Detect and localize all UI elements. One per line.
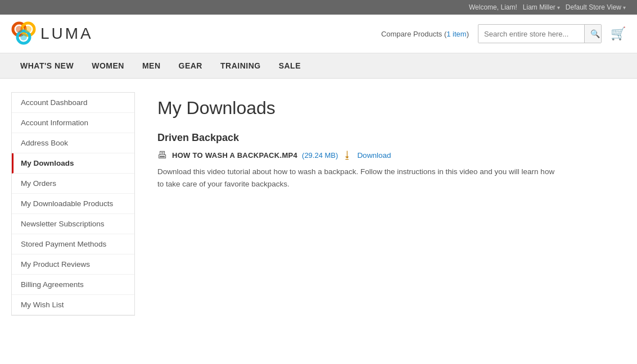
welcome-text: Welcome, Liam! bbox=[469, 3, 517, 11]
file-icon: 🖶 bbox=[157, 149, 168, 161]
logo-icon bbox=[11, 21, 36, 46]
user-menu-chevron: ▾ bbox=[557, 4, 560, 11]
sidebar-link-my-downloadable-products[interactable]: My Downloadable Products bbox=[12, 194, 134, 214]
sidebar-link-account-dashboard[interactable]: Account Dashboard bbox=[12, 93, 134, 113]
nav-item-training[interactable]: Training bbox=[211, 53, 270, 78]
sidebar: Account Dashboard Account Information Ad… bbox=[11, 92, 135, 316]
sidebar-link-my-orders[interactable]: My Orders bbox=[12, 174, 134, 194]
sidebar-item-my-downloads: My Downloads bbox=[12, 153, 134, 174]
cart-symbol: 🛒 bbox=[611, 26, 626, 40]
svg-point-5 bbox=[20, 34, 27, 40]
sidebar-item-stored-payment-methods: Stored Payment Methods bbox=[12, 234, 134, 254]
user-name: Liam Miller bbox=[523, 3, 555, 11]
sidebar-link-billing-agreements[interactable]: Billing Agreements bbox=[12, 275, 134, 295]
sidebar-item-address-book: Address Book bbox=[12, 133, 134, 153]
download-description: Download this video tutorial about how t… bbox=[157, 166, 562, 190]
nav-item-whats-new[interactable]: What's New bbox=[11, 53, 83, 78]
sidebar-link-my-product-reviews[interactable]: My Product Reviews bbox=[12, 254, 134, 275]
nav-item-women[interactable]: Women bbox=[83, 53, 133, 78]
logo-area[interactable]: LUMA bbox=[11, 21, 93, 46]
cart-icon[interactable]: 🛒 bbox=[611, 26, 626, 41]
search-button[interactable]: 🔍 bbox=[584, 25, 602, 43]
sidebar-item-my-product-reviews: My Product Reviews bbox=[12, 254, 134, 275]
compare-products[interactable]: Compare Products (1 item) bbox=[381, 30, 469, 38]
sidebar-link-newsletter-subscriptions[interactable]: Newsletter Subscriptions bbox=[12, 214, 134, 234]
logo-text: LUMA bbox=[40, 25, 93, 43]
search-box: 🔍 bbox=[478, 24, 602, 43]
header: LUMA Compare Products (1 item) 🔍 🛒 bbox=[0, 15, 637, 53]
sidebar-item-my-orders: My Orders bbox=[12, 174, 134, 194]
page-content: Account Dashboard Account Information Ad… bbox=[0, 92, 637, 316]
download-file-row: 🖶 HOW TO WASH A BACKPACK.MP4 (29.24 MB) … bbox=[157, 149, 626, 161]
user-menu[interactable]: Liam Miller ▾ bbox=[523, 3, 560, 11]
sidebar-link-my-wish-list[interactable]: My Wish List bbox=[12, 295, 134, 315]
compare-count: 1 item bbox=[446, 30, 466, 38]
sidebar-nav: Account Dashboard Account Information Ad… bbox=[12, 93, 134, 315]
sidebar-item-my-downloadable-products: My Downloadable Products bbox=[12, 194, 134, 214]
sidebar-link-stored-payment-methods[interactable]: Stored Payment Methods bbox=[12, 234, 134, 254]
page-title: My Downloads bbox=[157, 98, 626, 119]
sidebar-item-newsletter-subscriptions: Newsletter Subscriptions bbox=[12, 214, 134, 234]
sidebar-link-address-book[interactable]: Address Book bbox=[12, 133, 134, 153]
search-input[interactable] bbox=[478, 25, 584, 43]
store-view-chevron: ▾ bbox=[623, 4, 626, 11]
sidebar-item-account-information: Account Information bbox=[12, 113, 134, 133]
nav-item-gear[interactable]: Gear bbox=[170, 53, 211, 78]
file-size: (29.24 MB) bbox=[302, 151, 338, 160]
search-icon: 🔍 bbox=[590, 29, 600, 38]
sidebar-item-my-wish-list: My Wish List bbox=[12, 295, 134, 315]
main-content: My Downloads Driven Backpack 🖶 HOW TO WA… bbox=[146, 92, 626, 316]
store-view-label: Default Store View bbox=[566, 3, 621, 11]
top-bar: Welcome, Liam! Liam Miller ▾ Default Sto… bbox=[0, 0, 637, 15]
header-right: Compare Products (1 item) 🔍 🛒 bbox=[381, 24, 626, 43]
sidebar-link-account-information[interactable]: Account Information bbox=[12, 113, 134, 133]
svg-point-3 bbox=[16, 26, 22, 33]
sidebar-link-my-downloads[interactable]: My Downloads bbox=[12, 153, 134, 174]
compare-label: Compare Products bbox=[381, 30, 442, 38]
sidebar-item-billing-agreements: Billing Agreements bbox=[12, 275, 134, 295]
file-name: HOW TO WASH A BACKPACK.MP4 bbox=[172, 151, 297, 160]
download-file-icon: ⭳ bbox=[342, 149, 353, 161]
svg-point-4 bbox=[25, 26, 31, 33]
nav-item-sale[interactable]: Sale bbox=[270, 53, 310, 78]
main-nav: What's New Women Men Gear Training Sale bbox=[0, 53, 637, 79]
sidebar-item-account-dashboard: Account Dashboard bbox=[12, 93, 134, 113]
nav-item-men[interactable]: Men bbox=[133, 53, 170, 78]
store-view-menu[interactable]: Default Store View ▾ bbox=[566, 3, 626, 11]
download-link[interactable]: Download bbox=[357, 151, 391, 160]
download-product-name: Driven Backpack bbox=[157, 132, 626, 144]
